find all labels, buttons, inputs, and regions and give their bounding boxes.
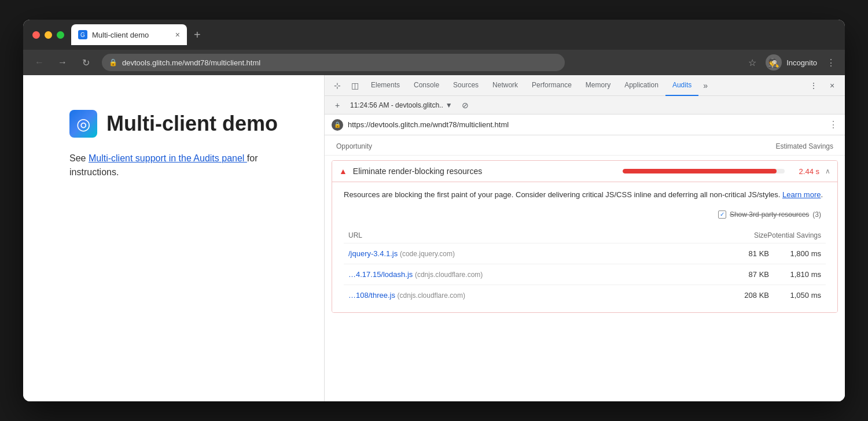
address-url: devtools.glitch.me/wndt78/multiclient.ht…	[122, 58, 260, 67]
audit-item-title: Eliminate render-blocking resources	[353, 167, 617, 176]
tab-elements[interactable]: Elements	[364, 75, 407, 96]
resource-url-1: …4.17.15/lodash.js (cdnjs.cloudflare.com…	[348, 270, 734, 279]
resource-row-2: …108/three.js (cdnjs.cloudflare.com) 208…	[344, 285, 826, 305]
third-party-label: Show 3rd-party resources	[730, 211, 809, 219]
col-header-size: Size	[733, 231, 767, 239]
resource-size-0: 81 KB	[734, 249, 769, 258]
resource-row-1: …4.17.15/lodash.js (cdnjs.cloudflare.com…	[344, 264, 826, 285]
tab-sources[interactable]: Sources	[446, 75, 486, 96]
more-tabs-button[interactable]: »	[698, 81, 712, 90]
url-icon: 🔒	[332, 119, 343, 131]
tab-application[interactable]: Application	[617, 75, 665, 96]
page-logo-title: ◎ Multi-client demo	[69, 110, 289, 138]
devtools-tabs: Elements Console Sources Network Perform…	[364, 75, 804, 96]
reload-audit-button[interactable]: ⊘	[457, 97, 473, 113]
estimated-savings-label: Estimated Savings	[776, 142, 833, 150]
tab-favicon: G	[78, 30, 87, 39]
audit-bar-container	[623, 169, 785, 173]
resource-savings-0: 1,800 ms	[769, 249, 821, 258]
audit-bar-fill	[623, 169, 777, 173]
devtools-sidebar-icon[interactable]: ◫	[347, 77, 363, 94]
resource-url-2: …108/three.js (cdnjs.cloudflare.com)	[348, 291, 734, 300]
incognito-badge: 🕵 Incognito	[766, 54, 817, 71]
forward-button[interactable]: →	[56, 57, 69, 68]
timestamp-text: 11:24:56 AM - devtools.glitch..	[350, 101, 443, 109]
address-right: ☆ 🕵 Incognito ⋮	[748, 54, 836, 71]
star-icon[interactable]: ☆	[748, 57, 756, 68]
audit-expanded-content: Resources are blocking the first paint o…	[332, 182, 837, 312]
add-audit-button[interactable]: +	[329, 97, 345, 113]
lock-icon: 🔒	[109, 58, 117, 67]
resource-url-domain-1: (cdnjs.cloudflare.com)	[415, 271, 483, 279]
traffic-lights	[32, 31, 64, 39]
opportunity-header: Opportunity Estimated Savings	[325, 135, 845, 156]
resource-savings-1: 1,810 ms	[769, 270, 821, 279]
browser-more-icon[interactable]: ⋮	[826, 57, 836, 68]
resource-url-main-0: /jquery-3.4.1.js	[348, 249, 398, 258]
devtools-cursor-icon[interactable]: ⊹	[329, 77, 345, 94]
tab-console[interactable]: Console	[407, 75, 446, 96]
audit-warning-icon: ▲	[339, 167, 347, 176]
col-header-savings: Potential Savings	[767, 231, 821, 239]
tab-network[interactable]: Network	[486, 75, 525, 96]
learn-more-link[interactable]: Learn more	[782, 190, 821, 199]
new-tab-button[interactable]: +	[194, 28, 201, 42]
url-lock-icon: 🔒	[334, 121, 341, 128]
description-before: See	[69, 153, 89, 163]
tab-bar: G Multi-client demo × +	[71, 24, 836, 45]
tab-close-button[interactable]: ×	[175, 30, 180, 39]
incognito-label: Incognito	[786, 58, 817, 67]
col-header-url: URL	[348, 231, 733, 239]
devtools-close-button[interactable]: ×	[824, 77, 840, 94]
third-party-checkbox[interactable]: ✓	[718, 211, 726, 219]
address-bar: ← → ↻ 🔒 devtools.glitch.me/wndt78/multic…	[23, 50, 845, 75]
page-logo: ◎	[69, 110, 97, 138]
main-area: ◎ Multi-client demo See Multi-client sup…	[23, 75, 845, 401]
devtools-toolbar: ⊹ ◫ Elements Console Sources	[325, 75, 845, 96]
traffic-light-yellow[interactable]	[45, 31, 52, 39]
resource-size-1: 87 KB	[734, 270, 769, 279]
page-description: See Multi-client support in the Audits p…	[69, 152, 289, 179]
devtools-secondary-bar: + 11:24:56 AM - devtools.glitch.. ▼ ⊘	[325, 96, 845, 115]
title-bar: G Multi-client demo × +	[23, 20, 845, 50]
audit-url: https://devtools.glitch.me/wndt78/multic…	[348, 120, 824, 129]
traffic-light-red[interactable]	[32, 31, 40, 39]
dropdown-icon: ▼	[446, 101, 453, 109]
resource-url-main-1: …4.17.15/lodash.js	[348, 270, 413, 279]
resource-url-main-2: …108/three.js	[348, 291, 395, 300]
audits-panel-link[interactable]: Multi-client support in the Audits panel	[89, 153, 247, 163]
resource-table: URL Size Potential Savings /jquery-3.4.1…	[344, 228, 826, 305]
third-party-count: (3)	[812, 211, 821, 219]
resource-savings-2: 1,050 ms	[769, 291, 821, 300]
timestamp-dropdown[interactable]: 11:24:56 AM - devtools.glitch.. ▼	[350, 101, 453, 109]
audit-description: Resources are blocking the first paint o…	[344, 189, 826, 201]
incognito-icon: 🕵	[766, 54, 782, 71]
back-button[interactable]: ←	[32, 57, 46, 68]
tab-memory[interactable]: Memory	[579, 75, 617, 96]
audits-content: Opportunity Estimated Savings ▲ Eliminat…	[325, 135, 845, 401]
devtools-tab-actions: ⋮ ×	[806, 77, 840, 94]
audit-item-header[interactable]: ▲ Eliminate render-blocking resources 2.…	[332, 161, 837, 182]
audit-savings: 2.44 s	[790, 167, 819, 176]
address-input[interactable]: 🔒 devtools.glitch.me/wndt78/multiclient.…	[102, 54, 565, 71]
resource-url-domain-2: (cdnjs.cloudflare.com)	[398, 291, 465, 300]
browser-window: G Multi-client demo × + ← → ↻ 🔒 devtools…	[23, 20, 845, 401]
devtools-panel: ⊹ ◫ Elements Console Sources	[324, 75, 845, 401]
url-more-icon[interactable]: ⋮	[829, 119, 838, 130]
devtools-url-row: 🔒 https://devtools.glitch.me/wndt78/mult…	[325, 115, 845, 135]
tab-performance[interactable]: Performance	[525, 75, 579, 96]
active-tab[interactable]: G Multi-client demo ×	[71, 24, 187, 45]
resource-table-header: URL Size Potential Savings	[344, 228, 826, 243]
logo-char: ◎	[76, 115, 90, 134]
resource-size-2: 208 KB	[734, 291, 769, 300]
tab-title: Multi-client demo	[92, 31, 149, 39]
resource-url-0: /jquery-3.4.1.js (code.jquery.com)	[348, 249, 734, 258]
devtools-more-options-icon[interactable]: ⋮	[806, 77, 822, 94]
page-title: Multi-client demo	[106, 112, 278, 136]
audit-item-render-blocking: ▲ Eliminate render-blocking resources 2.…	[332, 160, 838, 313]
reload-button[interactable]: ↻	[79, 57, 93, 68]
audit-expand-chevron[interactable]: ∧	[825, 167, 830, 175]
tab-audits[interactable]: Audits	[665, 75, 698, 96]
third-party-row: ✓ Show 3rd-party resources (3)	[344, 211, 826, 219]
traffic-light-green[interactable]	[57, 31, 64, 39]
